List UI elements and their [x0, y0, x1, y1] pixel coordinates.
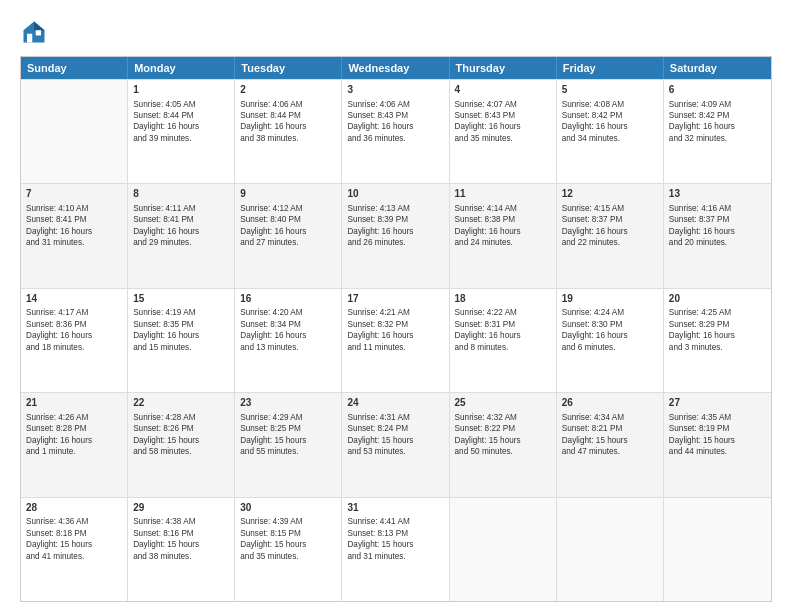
- weekday-header-friday: Friday: [557, 57, 664, 79]
- calendar-cell: 5Sunrise: 4:08 AM Sunset: 8:42 PM Daylig…: [557, 80, 664, 183]
- calendar-cell: 1Sunrise: 4:05 AM Sunset: 8:44 PM Daylig…: [128, 80, 235, 183]
- day-number: 18: [455, 292, 551, 306]
- calendar-cell: 2Sunrise: 4:06 AM Sunset: 8:44 PM Daylig…: [235, 80, 342, 183]
- day-info: Sunrise: 4:08 AM Sunset: 8:42 PM Dayligh…: [562, 99, 658, 145]
- calendar-row-1: 1Sunrise: 4:05 AM Sunset: 8:44 PM Daylig…: [21, 79, 771, 183]
- calendar-cell: 16Sunrise: 4:20 AM Sunset: 8:34 PM Dayli…: [235, 289, 342, 392]
- calendar-cell: 20Sunrise: 4:25 AM Sunset: 8:29 PM Dayli…: [664, 289, 771, 392]
- calendar-cell: 23Sunrise: 4:29 AM Sunset: 8:25 PM Dayli…: [235, 393, 342, 496]
- day-info: Sunrise: 4:26 AM Sunset: 8:28 PM Dayligh…: [26, 412, 122, 458]
- calendar-cell: 24Sunrise: 4:31 AM Sunset: 8:24 PM Dayli…: [342, 393, 449, 496]
- day-info: Sunrise: 4:21 AM Sunset: 8:32 PM Dayligh…: [347, 307, 443, 353]
- day-info: Sunrise: 4:35 AM Sunset: 8:19 PM Dayligh…: [669, 412, 766, 458]
- day-info: Sunrise: 4:41 AM Sunset: 8:13 PM Dayligh…: [347, 516, 443, 562]
- calendar-row-3: 14Sunrise: 4:17 AM Sunset: 8:36 PM Dayli…: [21, 288, 771, 392]
- day-info: Sunrise: 4:11 AM Sunset: 8:41 PM Dayligh…: [133, 203, 229, 249]
- day-number: 9: [240, 187, 336, 201]
- day-number: 13: [669, 187, 766, 201]
- calendar-cell: 11Sunrise: 4:14 AM Sunset: 8:38 PM Dayli…: [450, 184, 557, 287]
- calendar-cell: 28Sunrise: 4:36 AM Sunset: 8:18 PM Dayli…: [21, 498, 128, 601]
- day-number: 11: [455, 187, 551, 201]
- day-info: Sunrise: 4:32 AM Sunset: 8:22 PM Dayligh…: [455, 412, 551, 458]
- day-info: Sunrise: 4:05 AM Sunset: 8:44 PM Dayligh…: [133, 99, 229, 145]
- calendar-row-2: 7Sunrise: 4:10 AM Sunset: 8:41 PM Daylig…: [21, 183, 771, 287]
- calendar-cell: 3Sunrise: 4:06 AM Sunset: 8:43 PM Daylig…: [342, 80, 449, 183]
- day-number: 30: [240, 501, 336, 515]
- calendar-cell: 6Sunrise: 4:09 AM Sunset: 8:42 PM Daylig…: [664, 80, 771, 183]
- day-info: Sunrise: 4:24 AM Sunset: 8:30 PM Dayligh…: [562, 307, 658, 353]
- day-number: 20: [669, 292, 766, 306]
- calendar-cell: 18Sunrise: 4:22 AM Sunset: 8:31 PM Dayli…: [450, 289, 557, 392]
- day-info: Sunrise: 4:16 AM Sunset: 8:37 PM Dayligh…: [669, 203, 766, 249]
- day-number: 1: [133, 83, 229, 97]
- header: [20, 18, 772, 46]
- day-info: Sunrise: 4:06 AM Sunset: 8:43 PM Dayligh…: [347, 99, 443, 145]
- day-info: Sunrise: 4:13 AM Sunset: 8:39 PM Dayligh…: [347, 203, 443, 249]
- weekday-header-wednesday: Wednesday: [342, 57, 449, 79]
- calendar-row-4: 21Sunrise: 4:26 AM Sunset: 8:28 PM Dayli…: [21, 392, 771, 496]
- calendar-cell: 26Sunrise: 4:34 AM Sunset: 8:21 PM Dayli…: [557, 393, 664, 496]
- calendar-cell: 7Sunrise: 4:10 AM Sunset: 8:41 PM Daylig…: [21, 184, 128, 287]
- day-number: 7: [26, 187, 122, 201]
- day-number: 21: [26, 396, 122, 410]
- calendar-cell: 4Sunrise: 4:07 AM Sunset: 8:43 PM Daylig…: [450, 80, 557, 183]
- calendar-cell: 9Sunrise: 4:12 AM Sunset: 8:40 PM Daylig…: [235, 184, 342, 287]
- day-number: 16: [240, 292, 336, 306]
- weekday-header-thursday: Thursday: [450, 57, 557, 79]
- day-info: Sunrise: 4:31 AM Sunset: 8:24 PM Dayligh…: [347, 412, 443, 458]
- day-info: Sunrise: 4:19 AM Sunset: 8:35 PM Dayligh…: [133, 307, 229, 353]
- day-number: 19: [562, 292, 658, 306]
- day-number: 22: [133, 396, 229, 410]
- day-info: Sunrise: 4:20 AM Sunset: 8:34 PM Dayligh…: [240, 307, 336, 353]
- calendar-cell: [21, 80, 128, 183]
- calendar-cell: 8Sunrise: 4:11 AM Sunset: 8:41 PM Daylig…: [128, 184, 235, 287]
- day-info: Sunrise: 4:09 AM Sunset: 8:42 PM Dayligh…: [669, 99, 766, 145]
- weekday-header-monday: Monday: [128, 57, 235, 79]
- logo-icon: [20, 18, 48, 46]
- day-number: 29: [133, 501, 229, 515]
- calendar-cell: 25Sunrise: 4:32 AM Sunset: 8:22 PM Dayli…: [450, 393, 557, 496]
- day-number: 2: [240, 83, 336, 97]
- calendar: SundayMondayTuesdayWednesdayThursdayFrid…: [20, 56, 772, 602]
- calendar-cell: 17Sunrise: 4:21 AM Sunset: 8:32 PM Dayli…: [342, 289, 449, 392]
- day-number: 10: [347, 187, 443, 201]
- calendar-cell: 10Sunrise: 4:13 AM Sunset: 8:39 PM Dayli…: [342, 184, 449, 287]
- calendar-cell: 19Sunrise: 4:24 AM Sunset: 8:30 PM Dayli…: [557, 289, 664, 392]
- page: SundayMondayTuesdayWednesdayThursdayFrid…: [0, 0, 792, 612]
- day-number: 17: [347, 292, 443, 306]
- day-info: Sunrise: 4:06 AM Sunset: 8:44 PM Dayligh…: [240, 99, 336, 145]
- day-info: Sunrise: 4:29 AM Sunset: 8:25 PM Dayligh…: [240, 412, 336, 458]
- calendar-cell: [557, 498, 664, 601]
- svg-rect-2: [27, 34, 32, 43]
- calendar-header: SundayMondayTuesdayWednesdayThursdayFrid…: [21, 57, 771, 79]
- day-number: 26: [562, 396, 658, 410]
- svg-rect-3: [36, 30, 41, 35]
- day-info: Sunrise: 4:38 AM Sunset: 8:16 PM Dayligh…: [133, 516, 229, 562]
- day-number: 31: [347, 501, 443, 515]
- day-number: 28: [26, 501, 122, 515]
- calendar-cell: 31Sunrise: 4:41 AM Sunset: 8:13 PM Dayli…: [342, 498, 449, 601]
- day-info: Sunrise: 4:22 AM Sunset: 8:31 PM Dayligh…: [455, 307, 551, 353]
- weekday-header-tuesday: Tuesday: [235, 57, 342, 79]
- calendar-cell: 15Sunrise: 4:19 AM Sunset: 8:35 PM Dayli…: [128, 289, 235, 392]
- day-number: 15: [133, 292, 229, 306]
- day-number: 3: [347, 83, 443, 97]
- day-number: 8: [133, 187, 229, 201]
- weekday-header-saturday: Saturday: [664, 57, 771, 79]
- day-info: Sunrise: 4:10 AM Sunset: 8:41 PM Dayligh…: [26, 203, 122, 249]
- day-number: 25: [455, 396, 551, 410]
- day-number: 6: [669, 83, 766, 97]
- calendar-cell: [664, 498, 771, 601]
- calendar-body: 1Sunrise: 4:05 AM Sunset: 8:44 PM Daylig…: [21, 79, 771, 601]
- day-info: Sunrise: 4:39 AM Sunset: 8:15 PM Dayligh…: [240, 516, 336, 562]
- calendar-cell: 27Sunrise: 4:35 AM Sunset: 8:19 PM Dayli…: [664, 393, 771, 496]
- day-number: 24: [347, 396, 443, 410]
- day-number: 5: [562, 83, 658, 97]
- logo: [20, 18, 52, 46]
- day-info: Sunrise: 4:25 AM Sunset: 8:29 PM Dayligh…: [669, 307, 766, 353]
- svg-marker-1: [34, 22, 45, 31]
- day-number: 23: [240, 396, 336, 410]
- calendar-row-5: 28Sunrise: 4:36 AM Sunset: 8:18 PM Dayli…: [21, 497, 771, 601]
- day-info: Sunrise: 4:34 AM Sunset: 8:21 PM Dayligh…: [562, 412, 658, 458]
- calendar-cell: [450, 498, 557, 601]
